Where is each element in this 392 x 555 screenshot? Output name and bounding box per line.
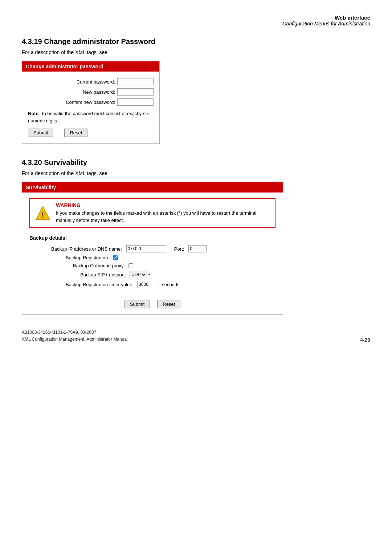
section-survivability-desc: For a description of the XML tags, see bbox=[22, 170, 370, 176]
survivability-panel: Survivability ! WARNING If you make chan… bbox=[22, 182, 283, 315]
change-password-panel-header: Change administrator password bbox=[22, 61, 159, 72]
section-password-heading: 4.3.19 Change administrator Password bbox=[22, 37, 370, 46]
confirm-password-row: Confirm new password: bbox=[28, 98, 154, 106]
svg-text:!: ! bbox=[42, 211, 44, 219]
password-note: Note: To be valid the password must cons… bbox=[28, 110, 154, 124]
warning-text: If you make changes to the fields marked… bbox=[56, 210, 270, 224]
backup-timer-label: Backup Registration timer value: bbox=[66, 282, 134, 287]
section-change-password: 4.3.19 Change administrator Password For… bbox=[22, 37, 370, 144]
backup-outbound-checkbox[interactable] bbox=[128, 263, 133, 268]
port-label: Port: bbox=[174, 246, 184, 252]
page-footer: A31003-J4260-M101-2-76A9, 03-2007 XML Co… bbox=[22, 329, 370, 343]
footer-line2: XML Configuration Management, Administra… bbox=[22, 336, 128, 343]
survivability-panel-header: Survivability bbox=[22, 182, 283, 193]
confirm-password-label: Confirm new password: bbox=[66, 100, 115, 105]
password-btn-row: Submit Reset bbox=[28, 129, 154, 137]
backup-sip-row: Backup SIP transport: UDP TCP TLS * bbox=[80, 271, 275, 278]
note-bold: Note bbox=[28, 111, 38, 116]
backup-timer-input[interactable] bbox=[137, 281, 159, 288]
password-submit-button[interactable]: Submit bbox=[28, 129, 53, 137]
current-password-input[interactable] bbox=[117, 78, 154, 85]
change-password-panel-body: Current password: New password: Confirm … bbox=[22, 72, 159, 143]
page-header: Web interface Configuration Menus for Ad… bbox=[22, 15, 370, 27]
port-input[interactable] bbox=[188, 245, 207, 252]
backup-ip-label: Backup IP address or DNS name: bbox=[51, 246, 122, 252]
confirm-password-input[interactable] bbox=[117, 98, 154, 106]
survivability-btn-row: Submit Reset bbox=[29, 300, 275, 308]
survivability-reset-button[interactable]: Reset bbox=[157, 300, 180, 308]
survivability-panel-body: ! WARNING If you make changes to the fie… bbox=[22, 193, 283, 314]
backup-outbound-row: Backup Outbound proxy: bbox=[73, 263, 275, 268]
section-survivability-heading: 4.3.20 Survivability bbox=[22, 158, 370, 167]
backup-heading: Backup details: bbox=[29, 235, 275, 241]
footer-page-number: 4-29 bbox=[360, 337, 370, 343]
footer-line1: A31003-J4260-M101-2-76A9, 03-2007 bbox=[22, 329, 128, 336]
header-subtitle: Configuration Menus for Administration bbox=[22, 21, 370, 27]
sip-asterisk: * bbox=[148, 272, 150, 278]
warning-title: WARNING bbox=[56, 202, 270, 208]
note-text: : To be valid the password must consist … bbox=[28, 111, 149, 123]
new-password-input[interactable] bbox=[117, 88, 154, 96]
current-password-row: Current password: bbox=[28, 78, 154, 85]
backup-registration-checkbox[interactable] bbox=[113, 255, 118, 260]
backup-ip-input[interactable] bbox=[126, 245, 166, 252]
seconds-label: seconds bbox=[162, 282, 179, 287]
warning-content: WARNING If you make changes to the field… bbox=[56, 202, 270, 224]
backup-sip-label: Backup SIP transport: bbox=[80, 272, 126, 278]
warning-icon: ! bbox=[35, 205, 51, 221]
backup-registration-row: Backup Registration: bbox=[66, 255, 275, 260]
backup-timer-row: Backup Registration timer value: seconds bbox=[66, 281, 275, 288]
header-title: Web interface bbox=[22, 15, 370, 21]
section-password-desc: For a description of the XML tags, see bbox=[22, 49, 370, 55]
change-password-panel: Change administrator password Current pa… bbox=[22, 61, 160, 144]
password-reset-button[interactable]: Reset bbox=[64, 129, 87, 137]
warning-box: ! WARNING If you make changes to the fie… bbox=[29, 198, 275, 228]
current-password-label: Current password: bbox=[77, 79, 115, 85]
backup-registration-label: Backup Registration: bbox=[66, 255, 109, 260]
backup-sip-select[interactable]: UDP TCP TLS bbox=[130, 271, 147, 278]
new-password-label: New password: bbox=[83, 89, 115, 95]
new-password-row: New password: bbox=[28, 88, 154, 96]
survivability-submit-button[interactable]: Submit bbox=[124, 300, 150, 308]
backup-outbound-label: Backup Outbound proxy: bbox=[73, 263, 125, 268]
divider bbox=[29, 294, 275, 294]
section-survivability: 4.3.20 Survivability For a description o… bbox=[22, 158, 370, 315]
footer-left: A31003-J4260-M101-2-76A9, 03-2007 XML Co… bbox=[22, 329, 128, 343]
backup-ip-row: Backup IP address or DNS name: Port: bbox=[29, 245, 275, 252]
